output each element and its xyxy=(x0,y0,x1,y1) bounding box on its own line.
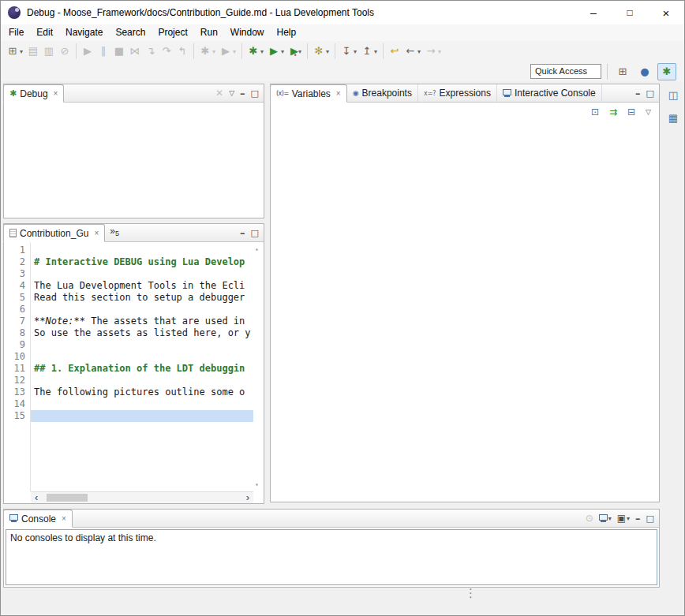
debug-maximize[interactable]: □ xyxy=(249,85,260,101)
tab-breakpoints[interactable]: ◉Breakpoints xyxy=(347,84,418,102)
scroll-right-icon[interactable]: › xyxy=(246,492,249,503)
code-line: **Note:** The assets that are used in xyxy=(31,315,253,327)
menu-run[interactable]: Run xyxy=(194,24,224,41)
menu-project[interactable]: Project xyxy=(152,24,193,41)
tab-interactive-console[interactable]: Interactive Console xyxy=(497,84,602,102)
back-button[interactable]: ←▾ xyxy=(403,43,422,60)
run-history-dropdown-icon[interactable]: ▾ xyxy=(233,48,236,55)
line-number: 8 xyxy=(4,327,25,339)
run-button[interactable]: ▶▾ xyxy=(267,43,286,60)
debug-history-button[interactable]: ✱▾ xyxy=(198,43,217,60)
variables-show-logical-structures[interactable]: ⇉ xyxy=(608,104,619,120)
forward-dropdown-icon[interactable]: ▾ xyxy=(438,48,441,55)
console-display-selected-console[interactable]: ▾ xyxy=(597,510,613,526)
scrollbar-thumb[interactable] xyxy=(47,494,88,502)
variables-view-menu[interactable]: ▽ xyxy=(644,104,653,120)
run-history-button[interactable]: ▶▾ xyxy=(219,43,238,60)
horizontal-sash-console[interactable] xyxy=(3,504,660,509)
menu-window[interactable]: Window xyxy=(224,24,271,41)
suspend-button[interactable]: ‖ xyxy=(96,43,110,60)
skip-all-breakpoints-button[interactable]: ⊘ xyxy=(58,43,72,60)
close-icon[interactable]: × xyxy=(54,89,58,98)
save-button[interactable]: ▤ xyxy=(26,43,40,60)
tab-label: Debug xyxy=(20,88,47,99)
close-icon[interactable]: × xyxy=(62,514,66,523)
console-open-console[interactable]: ▣▾ xyxy=(616,510,631,526)
debug-icon: ✱ xyxy=(248,43,259,60)
variables-maximize[interactable]: □ xyxy=(645,85,656,101)
minimized-view-thumbnail[interactable]: ▦ xyxy=(665,110,681,125)
menu-edit[interactable]: Edit xyxy=(30,24,59,41)
menu-help[interactable]: Help xyxy=(271,24,303,41)
previous-annotation-button[interactable]: ↥▾ xyxy=(360,43,379,60)
menu-file[interactable]: File xyxy=(2,24,30,41)
restore-minimized-view[interactable]: ◫ xyxy=(665,87,681,103)
search-dropdown-icon[interactable]: ▾ xyxy=(326,48,329,55)
chevron-icon: » xyxy=(110,226,115,237)
code-line: The following pictures outline some o xyxy=(31,386,253,398)
editor-maximize[interactable]: □ xyxy=(249,225,260,241)
previous-annotation-dropdown-icon[interactable]: ▾ xyxy=(374,48,377,55)
variables-minimize[interactable]: – xyxy=(634,85,642,101)
editor-tab-overflow-chevron[interactable]: » 5 xyxy=(105,224,124,241)
debug-history-dropdown-icon[interactable]: ▾ xyxy=(212,48,215,55)
open-perspective-button[interactable]: ⊞ xyxy=(613,63,632,80)
console-maximize[interactable]: □ xyxy=(645,510,656,526)
console-minimize[interactable]: – xyxy=(634,510,642,526)
step-over-button[interactable]: ↷ xyxy=(159,43,174,60)
forward-button[interactable]: →▾ xyxy=(424,43,443,60)
step-into-button[interactable]: ↴ xyxy=(144,43,158,60)
close-window-button[interactable]: × xyxy=(648,1,684,24)
debug-dropdown-icon[interactable]: ▾ xyxy=(260,48,264,55)
menu-navigate[interactable]: Navigate xyxy=(59,24,109,41)
debug-minimize[interactable]: – xyxy=(238,85,247,101)
debug-remove-all-terminated[interactable]: ✕ xyxy=(214,85,225,101)
back-dropdown-icon[interactable]: ▾ xyxy=(417,48,421,55)
close-icon[interactable]: × xyxy=(94,229,99,237)
tab-expressions[interactable]: x=?Expressions xyxy=(418,84,497,102)
external-tools-button[interactable]: ▶▪▾ xyxy=(287,43,303,60)
debug-button[interactable]: ✱▾ xyxy=(246,43,265,60)
tab-debug[interactable]: ✱ Debug × xyxy=(3,84,64,103)
save-all-button[interactable]: ▥ xyxy=(42,43,56,60)
step-return-button[interactable]: ↰ xyxy=(175,43,189,60)
editor-tools: –□ xyxy=(238,224,264,241)
tab-console[interactable]: Console × xyxy=(3,510,73,528)
scroll-down-icon[interactable]: ▾ xyxy=(255,479,259,491)
new-dropdown-icon[interactable]: ▾ xyxy=(20,48,23,55)
scroll-left-icon[interactable]: ‹ xyxy=(35,492,38,503)
tab-contribution-guide[interactable]: Contribution_Gu × xyxy=(3,224,105,242)
minimize-window-button[interactable]: – xyxy=(575,1,612,24)
editor-horizontal-scrollbar[interactable]: ‹ › xyxy=(31,491,253,503)
close-icon[interactable]: × xyxy=(336,89,341,98)
scroll-up-icon[interactable]: ▴ xyxy=(255,243,259,255)
next-annotation-dropdown-icon[interactable]: ▾ xyxy=(354,48,357,55)
tab-variables[interactable]: (x)=Variables× xyxy=(270,84,347,103)
editor-minimize[interactable]: – xyxy=(238,225,247,241)
horizontal-sash-left[interactable] xyxy=(3,218,264,223)
editor-code[interactable]: # Interactive DEBUG using Lua DevelopThe… xyxy=(31,242,253,491)
variables-show-type-names[interactable]: ⊡ xyxy=(590,104,601,120)
run-dropdown-icon[interactable]: ▾ xyxy=(281,48,284,55)
terminate-button[interactable]: ■ xyxy=(112,43,126,60)
variables-collapse-all[interactable]: ⊟ xyxy=(626,104,637,120)
editor-overview-ruler[interactable]: ▴ ▾ xyxy=(253,242,264,491)
disconnect-button[interactable]: ⋈ xyxy=(128,43,142,60)
vertical-sash[interactable] xyxy=(264,84,270,502)
bottom-sash-grip[interactable]: ⋮ xyxy=(465,590,475,596)
perspective-button-debug[interactable]: ✱ xyxy=(657,63,676,80)
menu-search[interactable]: Search xyxy=(109,24,152,41)
search-button[interactable]: ✻▾ xyxy=(312,43,331,60)
quick-access-input[interactable]: Quick Access xyxy=(530,64,601,79)
next-annotation-button[interactable]: ↧▾ xyxy=(339,43,358,60)
perspective-button-ldt[interactable]: ● xyxy=(635,63,654,80)
last-edit-location-button[interactable]: ↩ xyxy=(387,43,402,60)
toolbar-separator xyxy=(193,43,194,59)
display-selected-console-dropdown-icon[interactable]: ▾ xyxy=(608,515,612,522)
open-console-dropdown-icon[interactable]: ▾ xyxy=(627,515,630,522)
console-pin-console[interactable]: ⊙ xyxy=(584,510,595,526)
new-button[interactable]: ⊞▾ xyxy=(6,43,24,60)
debug-view-menu[interactable]: ▽ xyxy=(227,85,236,101)
maximize-window-button[interactable]: □ xyxy=(612,1,648,24)
resume-button[interactable]: ▶ xyxy=(80,43,95,60)
